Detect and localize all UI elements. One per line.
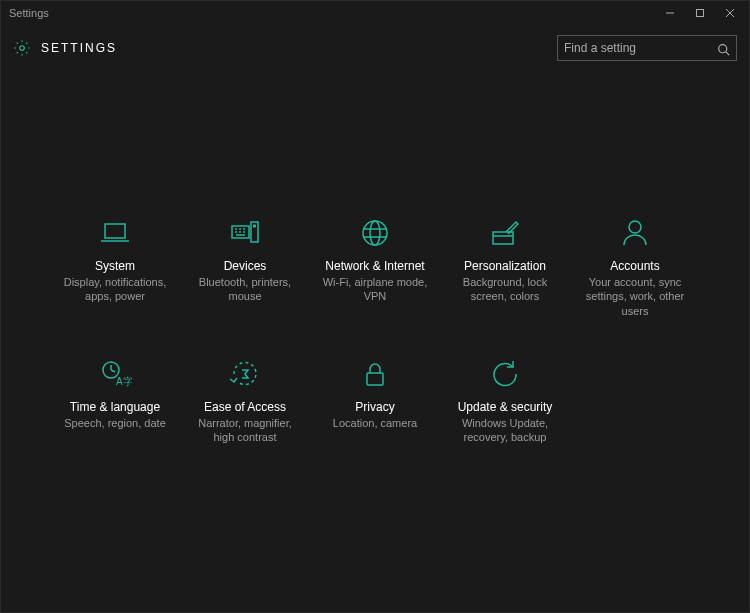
tile-title: System bbox=[95, 259, 135, 273]
tile-ease-of-access[interactable]: Ease of Access Narrator, magnifier, high… bbox=[185, 352, 305, 449]
globe-icon bbox=[357, 215, 393, 251]
window-controls bbox=[655, 1, 745, 25]
paintbrush-icon bbox=[487, 215, 523, 251]
titlebar: Settings bbox=[1, 1, 749, 25]
header: SETTINGS bbox=[1, 25, 749, 71]
tile-network[interactable]: Network & Internet Wi-Fi, airplane mode,… bbox=[315, 211, 435, 322]
tile-title: Accounts bbox=[610, 259, 659, 273]
window-title: Settings bbox=[5, 7, 655, 19]
tile-title: Ease of Access bbox=[204, 400, 286, 414]
tile-desc: Display, notifications, apps, power bbox=[60, 275, 170, 304]
ease-of-access-icon bbox=[227, 356, 263, 392]
search-input[interactable] bbox=[564, 41, 717, 55]
tile-accounts[interactable]: Accounts Your account, sync settings, wo… bbox=[575, 211, 695, 322]
svg-rect-23 bbox=[493, 232, 513, 244]
keyboard-icon bbox=[227, 215, 263, 251]
svg-line-28 bbox=[111, 370, 115, 372]
tile-desc: Background, lock screen, colors bbox=[450, 275, 560, 304]
tile-title: Devices bbox=[224, 259, 267, 273]
tile-desc: Bluetooth, printers, mouse bbox=[190, 275, 300, 304]
svg-point-20 bbox=[370, 221, 380, 245]
tile-title: Network & Internet bbox=[325, 259, 424, 273]
svg-rect-1 bbox=[697, 10, 704, 17]
laptop-icon bbox=[97, 215, 133, 251]
settings-grid: System Display, notifications, apps, pow… bbox=[55, 211, 695, 448]
update-icon bbox=[487, 356, 523, 392]
tile-system[interactable]: System Display, notifications, apps, pow… bbox=[55, 211, 175, 322]
svg-point-19 bbox=[363, 221, 387, 245]
tile-time-language[interactable]: A字 Time & language Speech, region, date bbox=[55, 352, 175, 449]
svg-point-4 bbox=[20, 46, 25, 51]
tile-desc: Wi-Fi, airplane mode, VPN bbox=[320, 275, 430, 304]
tile-personalization[interactable]: Personalization Background, lock screen,… bbox=[445, 211, 565, 322]
tile-desc: Your account, sync settings, work, other… bbox=[580, 275, 690, 318]
tile-title: Time & language bbox=[70, 400, 160, 414]
time-language-icon: A字 bbox=[97, 356, 133, 392]
tile-desc: Narrator, magnifier, high contrast bbox=[190, 416, 300, 445]
close-button[interactable] bbox=[715, 1, 745, 25]
svg-rect-30 bbox=[367, 373, 383, 385]
tile-update-security[interactable]: Update & security Windows Update, recove… bbox=[445, 352, 565, 449]
search-icon bbox=[717, 42, 730, 55]
maximize-button[interactable] bbox=[685, 1, 715, 25]
tile-title: Update & security bbox=[458, 400, 553, 414]
svg-rect-7 bbox=[105, 224, 125, 238]
tile-desc: Windows Update, recovery, backup bbox=[450, 416, 560, 445]
gear-icon bbox=[13, 39, 31, 57]
tile-desc: Location, camera bbox=[333, 416, 417, 430]
lock-icon bbox=[357, 356, 393, 392]
svg-line-6 bbox=[726, 51, 729, 54]
search-box[interactable] bbox=[557, 35, 737, 61]
tile-desc: Speech, region, date bbox=[64, 416, 166, 430]
svg-point-25 bbox=[629, 221, 641, 233]
person-icon bbox=[617, 215, 653, 251]
minimize-button[interactable] bbox=[655, 1, 685, 25]
page-title: SETTINGS bbox=[41, 41, 117, 55]
svg-point-5 bbox=[719, 44, 727, 52]
tile-title: Privacy bbox=[355, 400, 394, 414]
tile-devices[interactable]: Devices Bluetooth, printers, mouse bbox=[185, 211, 305, 322]
svg-point-11 bbox=[254, 225, 256, 227]
tile-title: Personalization bbox=[464, 259, 546, 273]
tile-privacy[interactable]: Privacy Location, camera bbox=[315, 352, 435, 449]
svg-text:A字: A字 bbox=[116, 376, 132, 387]
